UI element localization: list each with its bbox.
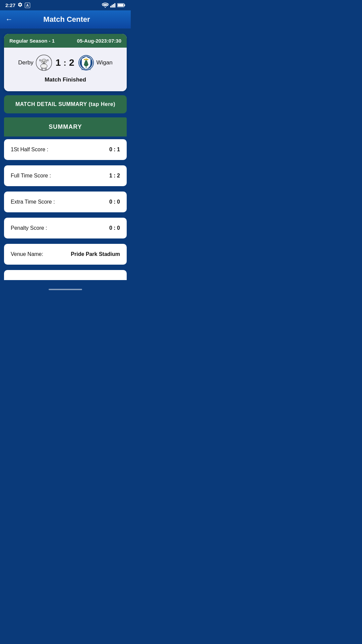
home-team-name: Derby: [18, 59, 33, 66]
full-time-label: Full Time Score :: [11, 173, 51, 179]
svg-rect-1: [110, 6, 111, 7]
match-detail-label: MATCH DETAIL SUMMARY (tap Here): [15, 101, 115, 107]
extra-time-label: Extra Time Score :: [11, 199, 55, 205]
svg-point-10: [42, 61, 43, 62]
penalty-value: 0 : 0: [109, 225, 120, 231]
venue-label: Venue Name:: [11, 251, 43, 257]
battery-icon: [117, 3, 125, 7]
away-team-logo: WIGAN ATHLETIC: [78, 54, 95, 71]
season-label: Regular Season - 1: [9, 38, 55, 44]
full-time-value: 1 : 2: [109, 173, 120, 179]
away-team-name: Wigan: [97, 59, 113, 66]
home-team: Derby: [18, 54, 52, 71]
match-card-header: Regular Season - 1 05-Aug-2023:07:30: [4, 34, 127, 48]
a-icon: A: [25, 3, 30, 8]
svg-point-0: [105, 7, 106, 8]
match-card-body: Derby: [4, 48, 127, 91]
wifi-icon: [102, 3, 109, 8]
svg-line-15: [43, 68, 43, 70]
match-status: Match Finished: [45, 76, 86, 83]
half-score-label: 1St Half Score :: [11, 147, 48, 153]
status-right: [102, 3, 125, 8]
signal-icon: [110, 3, 116, 8]
penalty-score-row: Penalty Score : 0 : 0: [4, 218, 127, 238]
svg-text:WIGAN ATHLETIC: WIGAN ATHLETIC: [81, 69, 91, 70]
match-score: 1 : 2: [56, 57, 74, 68]
away-team: WIGAN ATHLETIC Wigan: [78, 54, 113, 71]
home-score: 1: [56, 57, 61, 68]
app-bar: ← Match Center: [0, 10, 131, 29]
status-time: 2:27: [5, 2, 15, 8]
match-card: Regular Season - 1 05-Aug-2023:07:30 Der…: [4, 34, 127, 91]
gear-icon: [17, 2, 23, 8]
svg-point-11: [45, 61, 46, 62]
score-separator: :: [63, 58, 66, 68]
match-detail-button[interactable]: MATCH DETAIL SUMMARY (tap Here): [4, 95, 127, 113]
svg-point-13: [41, 64, 47, 68]
summary-title: SUMMARY: [49, 123, 82, 130]
back-button[interactable]: ←: [5, 15, 13, 24]
extra-time-value: 0 : 0: [109, 199, 120, 205]
svg-line-16: [45, 68, 45, 70]
summary-section: SUMMARY 1St Half Score : 0 : 1 Full Time…: [4, 117, 127, 280]
penalty-label: Penalty Score :: [11, 225, 47, 231]
venue-value: Pride Park Stadium: [71, 251, 120, 257]
svg-point-12: [43, 62, 45, 63]
bottom-bar: [0, 285, 131, 296]
svg-point-23: [85, 60, 87, 63]
summary-header: SUMMARY: [4, 117, 127, 137]
svg-rect-6: [124, 4, 125, 6]
summary-rows: 1St Half Score : 0 : 1 Full Time Score :…: [4, 137, 127, 280]
status-left: 2:27 A: [5, 2, 30, 8]
home-indicator: [49, 289, 82, 290]
half-score-value: 0 : 1: [109, 147, 120, 153]
partial-row: [4, 270, 127, 280]
svg-line-14: [41, 68, 42, 70]
away-score: 2: [69, 57, 74, 68]
svg-line-17: [46, 68, 46, 70]
full-time-score-row: Full Time Score : 1 : 2: [4, 165, 127, 186]
home-team-logo: [36, 54, 52, 71]
svg-rect-3: [113, 4, 114, 7]
half-score-row: 1St Half Score : 0 : 1: [4, 139, 127, 160]
extra-time-row: Extra Time Score : 0 : 0: [4, 192, 127, 212]
main-content: Regular Season - 1 05-Aug-2023:07:30 Der…: [0, 29, 131, 285]
svg-rect-7: [118, 4, 123, 7]
venue-row: Venue Name: Pride Park Stadium: [4, 244, 127, 265]
match-datetime: 05-Aug-2023:07:30: [77, 38, 121, 44]
page-title: Match Center: [18, 15, 115, 24]
status-bar: 2:27 A: [0, 0, 131, 10]
match-teams: Derby: [9, 54, 121, 71]
svg-rect-2: [112, 5, 113, 7]
svg-rect-4: [114, 3, 115, 7]
